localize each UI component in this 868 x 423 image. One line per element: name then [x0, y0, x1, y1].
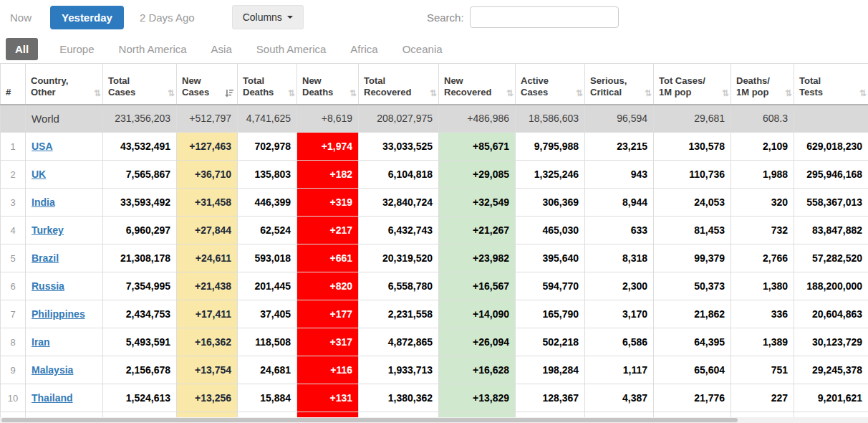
yesterday-button[interactable]: Yesterday	[50, 6, 124, 29]
country-cell: Iran	[26, 328, 103, 356]
data-cell: 6,960,297	[103, 217, 177, 244]
col-header-label: Total	[799, 75, 864, 87]
data-cell: 29,245,378	[794, 356, 868, 384]
data-cell: 6,432,743	[359, 217, 439, 244]
data-cell: 9,795,988	[516, 133, 585, 161]
two-days-ago-button[interactable]: 2 Days Ago	[140, 11, 195, 24]
data-cell: +31,458	[177, 189, 238, 217]
col-header-deaths-1m-pop[interactable]: Deaths/1M pop⇅	[731, 64, 794, 105]
country-link-india[interactable]: India	[32, 196, 55, 208]
columns-button[interactable]: Columns	[232, 5, 304, 29]
table-row: 1USA43,532,491+127,463702,978+1,97433,03…	[1, 133, 868, 161]
table-row: 7Philippines2,434,753+17,41137,405+1772,…	[1, 300, 868, 328]
country-link-brazil[interactable]: Brazil	[32, 252, 59, 264]
col-header-total-recovered[interactable]: TotalRecovered⇅	[359, 64, 439, 105]
data-cell: 99,379	[654, 244, 731, 272]
data-cell: +36,710	[177, 161, 238, 189]
tab-oceania[interactable]: Oceania	[400, 38, 445, 60]
data-cell: +21,438	[177, 272, 238, 300]
now-button[interactable]: Now	[10, 11, 32, 24]
data-cell: 20,319,520	[359, 244, 439, 272]
toolbar: Now Yesterday 2 Days Ago Columns Search:	[0, 0, 868, 34]
sort-both-icon: ⇅	[288, 88, 294, 98]
data-cell: 6,586	[585, 328, 654, 356]
data-cell: +177	[297, 300, 359, 328]
data-cell: 96,594	[585, 105, 654, 133]
country-link-usa[interactable]: USA	[32, 141, 53, 152]
col-header-tot-cases-1m-pop[interactable]: Tot Cases/1M pop⇅	[654, 64, 731, 105]
data-cell: 33,033,525	[359, 133, 439, 161]
horizontal-scrollbar-track[interactable]	[0, 417, 868, 423]
search-label: Search:	[427, 11, 464, 24]
tab-africa[interactable]: Africa	[347, 38, 380, 60]
col-header-label: 1M pop	[736, 87, 789, 98]
tab-europe[interactable]: Europe	[57, 38, 97, 60]
col-header-new-deaths[interactable]: NewDeaths⇅	[297, 64, 359, 105]
country-link-turkey[interactable]: Turkey	[32, 224, 64, 236]
sort-both-icon: ⇅	[430, 88, 435, 98]
country-link-malaysia[interactable]: Malaysia	[32, 364, 73, 376]
rank-cell: 7	[1, 300, 26, 328]
data-cell: 21,308,178	[103, 244, 177, 272]
data-cell: 20,604,863	[794, 300, 868, 328]
col-header-country-other[interactable]: Country,Other⇅	[26, 64, 103, 105]
sort-both-icon: ⇅	[785, 88, 791, 98]
data-cell: +182	[297, 161, 359, 189]
data-cell: 751	[731, 356, 794, 384]
col-header-label: Active	[521, 75, 580, 87]
col-header-total-deaths[interactable]: TotalDeaths⇅	[238, 64, 297, 105]
data-cell: 608.3	[731, 105, 794, 133]
col-header-serious-critical[interactable]: Serious,Critical⇅	[585, 64, 654, 105]
data-cell: 21,862	[654, 300, 731, 328]
data-cell: 165,790	[516, 300, 585, 328]
data-cell: +131	[297, 384, 359, 412]
tab-north-america[interactable]: North America	[116, 38, 190, 60]
col-header-label: Recovered	[444, 87, 511, 98]
country-link-philippines[interactable]: Philippines	[32, 308, 85, 320]
data-cell: 1,380	[731, 272, 794, 300]
col-header-label: Cases	[108, 87, 172, 98]
horizontal-scrollbar-thumb[interactable]	[1, 418, 738, 422]
data-cell: 4,872,865	[359, 328, 439, 356]
table-body: World231,356,203+512,7974,741,625+8,6192…	[1, 105, 868, 418]
col-header-total-tests[interactable]: TotalTests⇅	[794, 64, 868, 105]
country-link-iran[interactable]: Iran	[32, 336, 50, 348]
data-cell: +116	[297, 356, 359, 384]
col-header-new-cases[interactable]: NewCases	[177, 64, 238, 105]
data-cell: 306,369	[516, 189, 585, 217]
data-cell: 15,884	[238, 384, 297, 412]
data-cell: 1,325,246	[516, 161, 585, 189]
col-header-total-cases[interactable]: TotalCases⇅	[103, 64, 177, 105]
search-input[interactable]	[470, 6, 619, 28]
col-header-active-cases[interactable]: ActiveCases⇅	[516, 64, 585, 105]
data-cell	[794, 105, 868, 133]
data-cell: 1,380,362	[359, 384, 439, 412]
data-cell: 231,356,203	[103, 105, 177, 133]
data-cell: +21,267	[439, 217, 516, 244]
data-cell: 118,508	[238, 328, 297, 356]
data-cell: 201,445	[238, 272, 297, 300]
region-tabs: AllEuropeNorth AmericaAsiaSouth AmericaA…	[0, 34, 868, 63]
data-cell: 6,558,780	[359, 272, 439, 300]
col-header-label: Deaths	[302, 87, 354, 98]
rank-cell: 1	[1, 133, 26, 161]
col-header-label: Deaths/	[736, 75, 789, 87]
data-cell: +32,549	[439, 189, 516, 217]
rank-cell: 3	[1, 189, 26, 217]
tab-asia[interactable]: Asia	[208, 38, 235, 60]
country-cell: Turkey	[26, 217, 103, 244]
country-cell: UK	[26, 161, 103, 189]
data-cell: +16,567	[439, 272, 516, 300]
rank-cell: 5	[1, 244, 26, 272]
country-link-russia[interactable]: Russia	[32, 280, 64, 292]
col-header-label: Total	[108, 75, 172, 87]
data-cell: +1,974	[297, 133, 359, 161]
rank-cell	[1, 105, 26, 133]
col-header-new-recovered[interactable]: NewRecovered⇅	[439, 64, 516, 105]
tab-south-america[interactable]: South America	[254, 38, 329, 60]
tab-all[interactable]: All	[6, 38, 38, 60]
data-cell: 4,741,625	[238, 105, 297, 133]
country-link-thailand[interactable]: Thailand	[32, 392, 73, 404]
country-link-uk[interactable]: UK	[32, 168, 46, 180]
col-header-label: Critical	[590, 87, 649, 98]
